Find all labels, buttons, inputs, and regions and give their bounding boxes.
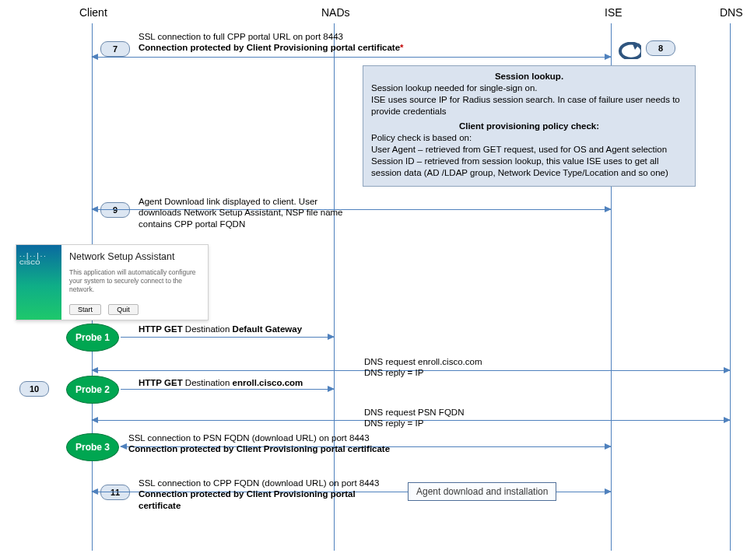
step9-message: Agent Download link displayed to client.… xyxy=(139,196,343,229)
step7-message: SSL connection to full CPP portal URL on… xyxy=(139,31,404,54)
nsa-window: ··|··|·· CISCO Network Setup Assistant T… xyxy=(16,244,209,320)
probe-3: Probe 3 xyxy=(66,433,119,461)
probe1-message: HTTP GET Destination Default Gateway xyxy=(139,324,302,334)
text: Connection protected by Client Provision… xyxy=(139,43,400,52)
lifeline-dns xyxy=(730,23,731,551)
actor-dns: DNS xyxy=(720,6,743,19)
text: SSL connection to full CPP portal URL on… xyxy=(139,31,404,42)
text: DNS request enroll.cisco.com xyxy=(364,356,482,367)
text: certificate xyxy=(139,500,379,511)
nsa-title: Network Setup Assistant xyxy=(69,251,200,262)
nsa-quit-button[interactable]: Quit xyxy=(108,304,139,315)
text: – retrieved from GET request, used for O… xyxy=(416,145,667,154)
lifeline-nads xyxy=(334,23,335,551)
text: SSL connection to CPP FQDN (download URL… xyxy=(139,478,379,488)
asterisk-icon: * xyxy=(400,43,403,52)
text: DNS reply = IP xyxy=(364,418,464,429)
step-11-badge: 11 xyxy=(100,485,130,500)
text: Agent Download link displayed to client.… xyxy=(139,196,343,207)
dns2-message: DNS request PSN FQDN DNS reply = IP xyxy=(364,407,464,429)
nsa-brand-panel: ··|··|·· CISCO xyxy=(16,245,61,320)
nsa-description: This application will automatically conf… xyxy=(69,268,200,294)
text: Connection protected by Client Provision… xyxy=(139,488,379,499)
text: – retrieved from session lookup, this va… xyxy=(371,156,668,177)
arrow-probe2 xyxy=(121,389,334,390)
ise-session-box: Session lookup. Session lookup needed fo… xyxy=(363,65,696,187)
actor-ise: ISE xyxy=(605,6,622,19)
heading: Session lookup. xyxy=(371,71,687,82)
text: SSL connection to PSN FQDN (download URL… xyxy=(128,432,390,443)
step-8-badge: 8 xyxy=(646,40,675,56)
text: DNS reply = IP xyxy=(364,367,482,378)
text: Connection protected by Client Provision… xyxy=(128,443,390,454)
cisco-logo: ··|··|·· CISCO xyxy=(19,253,47,266)
text: ISE uses source IP for Radius session se… xyxy=(371,94,687,117)
step-9-badge: 9 xyxy=(100,202,130,218)
heading: Client provisioning policy check: xyxy=(371,121,687,132)
actor-client: Client xyxy=(79,6,107,19)
dns1-message: DNS request enroll.cisco.com DNS reply =… xyxy=(364,356,482,379)
step11-message: SSL connection to CPP FQDN (download URL… xyxy=(139,478,379,511)
probe3-message: SSL connection to PSN FQDN (download URL… xyxy=(128,432,390,455)
step-7-badge: 7 xyxy=(100,41,130,57)
agent-download-box: Agent download and installation xyxy=(408,482,556,501)
actor-nads: NADs xyxy=(321,6,350,19)
text: DNS request PSN FQDN xyxy=(364,407,464,418)
nsa-start-button[interactable]: Start xyxy=(69,304,101,315)
probe2-message: HTTP GET Destination enroll.cisco.com xyxy=(139,377,303,388)
logo-text: CISCO xyxy=(19,260,47,266)
probe-1: Probe 1 xyxy=(66,324,119,352)
probe-2: Probe 2 xyxy=(66,376,119,404)
text: Session lookup needed for single-sign on… xyxy=(371,82,687,94)
arrow-step7 xyxy=(92,57,611,58)
arrow-probe1 xyxy=(121,337,334,338)
text: downloads Network Setup Assistant, NSP f… xyxy=(139,207,343,218)
text: Policy check is based on: xyxy=(371,133,472,142)
loop-arrow-icon xyxy=(613,42,641,59)
text: contains CPP portal FQDN xyxy=(139,219,343,229)
step-10-badge: 10 xyxy=(19,381,49,397)
text: Session ID xyxy=(371,156,415,166)
text: User Agent xyxy=(371,145,416,154)
